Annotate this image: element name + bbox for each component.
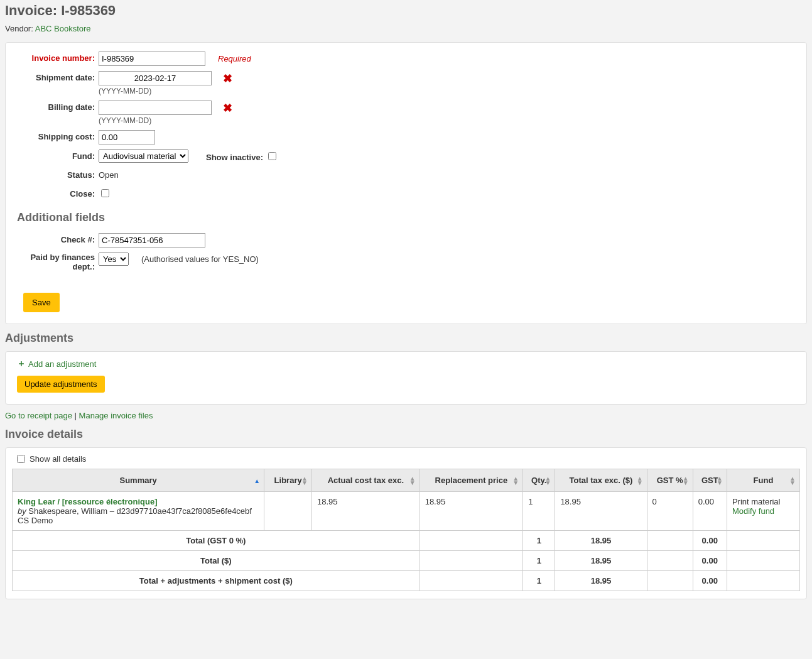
go-to-receipt-link[interactable]: Go to receipt page (5, 411, 72, 420)
total-amount: 18.95 (555, 571, 647, 591)
vendor-label: Vendor: (5, 24, 35, 33)
show-inactive-label: Show inactive: (206, 153, 263, 162)
sort-asc-icon: ▲ (254, 478, 260, 482)
line-item-byline: by Shakespeare, William – d23d97710ae43f… (18, 506, 259, 525)
col-fund[interactable]: Fund▲▼ (727, 469, 799, 492)
show-all-details-checkbox[interactable] (17, 455, 25, 463)
invoice-form-panel: Invoice number: Required Shipment date: … (5, 42, 807, 324)
vendor-link[interactable]: ABC Bookstore (35, 24, 91, 33)
table-row: King Lear / [ressource électronique] by … (13, 492, 800, 531)
total-label: Total + adjustments + shipment cost ($) (13, 571, 420, 591)
link-separator: | (75, 411, 79, 420)
show-all-details-label: Show all details (30, 454, 86, 464)
total-amount: 18.95 (555, 551, 647, 571)
billing-date-hint: (YYYY-MM-DD) (99, 116, 232, 125)
sort-icon: ▲▼ (683, 476, 689, 485)
paid-by-select[interactable]: Yes (99, 253, 129, 266)
modify-fund-link[interactable]: Modify fund (732, 506, 794, 516)
clear-shipment-date-icon[interactable]: ✖ (223, 73, 232, 84)
cell-actual-cost: 18.95 (312, 492, 420, 531)
update-adjustments-button[interactable]: Update adjustments (17, 376, 105, 393)
total-label: Total (GST 0 %) (13, 531, 420, 551)
invoice-number-label: Invoice number: (17, 52, 99, 65)
add-adjustment-label: Add an adjustment (28, 359, 96, 369)
total-qty: 1 (523, 571, 555, 591)
shipping-cost-input[interactable] (99, 130, 155, 144)
show-inactive-checkbox[interactable] (268, 152, 276, 160)
check-number-label: Check #: (17, 233, 99, 247)
close-checkbox[interactable] (101, 189, 109, 197)
sort-icon: ▲▼ (512, 476, 519, 485)
clear-billing-date-icon[interactable]: ✖ (223, 102, 232, 114)
total-qty: 1 (523, 531, 555, 551)
col-summary[interactable]: Summary ▲ (13, 469, 264, 492)
fund-select[interactable]: Audiovisual material (99, 150, 188, 163)
additional-fields-heading: Additional fields (17, 211, 795, 224)
check-number-input[interactable] (99, 233, 205, 248)
close-label: Close: (17, 187, 99, 201)
sort-icon: ▲▼ (409, 476, 416, 485)
required-text: Required (218, 54, 251, 63)
paid-by-label: Paid by finances dept.: (17, 253, 99, 271)
billing-date-label: Billing date: (17, 101, 99, 114)
cell-total-tax: 18.95 (555, 492, 647, 531)
manage-invoice-files-link[interactable]: Manage invoice files (79, 411, 153, 420)
col-library[interactable]: Library▲▼ (264, 469, 312, 492)
total-qty: 1 (523, 551, 555, 571)
cell-gst: 0.00 (693, 492, 727, 531)
invoice-details-heading: Invoice details (5, 428, 807, 441)
vendor-line: Vendor: ABC Bookstore (5, 24, 807, 33)
shipping-cost-label: Shipping cost: (17, 130, 99, 144)
cell-library (264, 492, 312, 531)
col-qty[interactable]: Qty.▲▼ (523, 469, 555, 492)
status-label: Status: (17, 168, 99, 182)
sort-icon: ▲▼ (301, 476, 308, 485)
sort-icon: ▲▼ (544, 476, 551, 485)
col-replacement[interactable]: Replacement price▲▼ (420, 469, 522, 492)
shipment-date-label: Shipment date: (17, 71, 99, 85)
cell-replacement: 18.95 (420, 492, 522, 531)
total-gst: 0.00 (693, 571, 727, 591)
sort-icon: ▲▼ (789, 476, 796, 485)
invoice-details-table: Summary ▲ Library▲▼ Actual cost tax exc.… (12, 469, 800, 591)
total-gst: 0.00 (693, 531, 727, 551)
adjustments-panel: ＋ Add an adjustment Update adjustments (5, 351, 807, 405)
plus-icon: ＋ (17, 358, 26, 369)
total-amount: 18.95 (555, 531, 647, 551)
col-actual-cost[interactable]: Actual cost tax exc.▲▼ (312, 469, 420, 492)
col-gst[interactable]: GST▲▼ (693, 469, 727, 492)
shipment-date-hint: (YYYY-MM-DD) (99, 87, 232, 95)
status-value: Open (99, 168, 119, 182)
save-button[interactable]: Save (23, 293, 60, 312)
adjustments-heading: Adjustments (5, 332, 807, 345)
invoice-number-input[interactable] (99, 52, 205, 66)
col-total-tax[interactable]: Total tax exc. ($)▲▼ (555, 469, 647, 492)
cell-gst-pct: 0 (647, 492, 693, 531)
total-label: Total ($) (13, 551, 420, 571)
total-row: Total + adjustments + shipment cost ($) … (13, 571, 800, 591)
cell-qty: 1 (523, 492, 555, 531)
invoice-details-panel: Show all details Summary ▲ Library▲▼ Act… (5, 447, 807, 599)
total-row: Total (GST 0 %) 1 18.95 0.00 (13, 531, 800, 551)
total-gst: 0.00 (693, 551, 727, 571)
line-item-title[interactable]: King Lear / [ressource électronique] (18, 497, 259, 506)
cell-fund-name: Print material (732, 497, 794, 506)
shipment-date-input[interactable] (99, 71, 212, 85)
total-row: Total ($) 1 18.95 0.00 (13, 551, 800, 571)
page-title: Invoice: I-985369 (5, 3, 807, 19)
col-gst-pct[interactable]: GST %▲▼ (647, 469, 693, 492)
add-adjustment-link[interactable]: ＋ Add an adjustment (17, 358, 795, 369)
sort-icon: ▲▼ (717, 476, 723, 485)
nav-links: Go to receipt page | Manage invoice file… (5, 411, 807, 420)
fund-label: Fund: (17, 150, 99, 163)
paid-by-hint: (Authorised values for YES_NO) (141, 254, 259, 264)
billing-date-input[interactable] (99, 101, 212, 115)
sort-icon: ▲▼ (637, 476, 643, 485)
